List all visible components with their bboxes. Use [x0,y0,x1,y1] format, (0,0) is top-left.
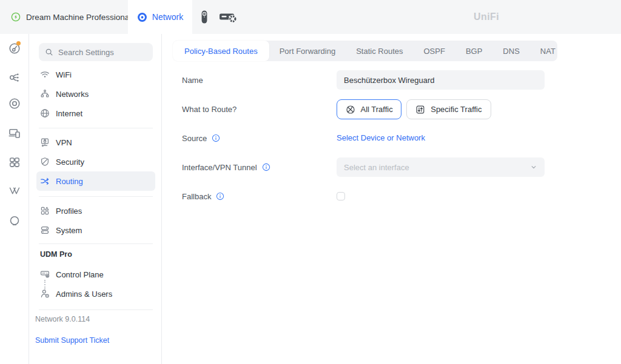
app-rail [0,34,29,364]
form-row-source: Source Select Device or Network [182,128,425,148]
interface-select-placeholder: Select an interface [344,163,409,172]
sidebar-item-label: Routing [56,177,83,186]
specific-traffic-button[interactable]: Specific Traffic [406,99,491,119]
tab-bgp[interactable]: BGP [455,41,492,61]
control-plane-icon [40,270,50,279]
search-icon [45,48,53,56]
console-name: Dream Machine Professional [26,13,131,22]
chevron-down-icon [530,164,537,171]
name-input[interactable] [337,70,545,90]
sidebar-item-control-plane[interactable]: Control Plane [36,265,155,284]
tab-port-forwarding[interactable]: Port Forwarding [269,41,346,61]
protect-camera-icon[interactable] [200,0,209,34]
info-icon[interactable] [262,163,270,171]
divider [39,243,153,244]
search-settings-box[interactable] [39,43,153,61]
what-to-route-label: What to Route? [182,105,237,114]
sidebar-item-profiles[interactable]: Profiles [36,201,155,220]
sidebar-item-label: Security [56,157,84,167]
specific-traffic-label: Specific Traffic [431,105,482,114]
sidebar-item-networks[interactable]: Networks [36,84,155,104]
fallback-label: Fallback [182,192,211,201]
tab-network-app[interactable]: Network [128,0,192,34]
routing-icon [40,176,50,186]
system-icon [40,225,50,235]
network-version-label: Network 9.0.114 [35,315,90,323]
up-down-arrows-icon [415,105,425,114]
sidebar-item-label: Internet [56,109,82,118]
sidebar-item-label: Admins & Users [56,290,112,299]
tab-nat[interactable]: NAT [530,41,566,61]
sidebar-item-label: VPN [56,138,72,147]
divider [39,128,153,128]
vpn-icon [40,137,50,147]
admin-user-gear-icon [40,289,50,299]
divider [39,196,153,197]
sidebar-item-label: System [56,226,82,235]
console-status-icon [11,12,21,22]
form-row-what-to-route: What to Route? All Traffic Specific Traf… [182,99,491,119]
network-app-icon [137,12,147,22]
tab-ospf[interactable]: OSPF [413,41,455,61]
form-row-name: Name [182,70,545,90]
interface-select[interactable]: Select an interface [337,157,545,177]
insights-icon[interactable] [8,185,21,197]
select-device-or-network-link[interactable]: Select Device or Network [337,128,425,148]
shield-icon [40,157,50,167]
sidebar-item-internet[interactable]: Internet [36,104,155,123]
console-switcher[interactable]: Dream Machine Professional [11,0,144,34]
info-icon[interactable] [212,134,220,142]
sidebar-item-system[interactable]: System [36,220,155,240]
topology-icon[interactable] [8,71,21,84]
globe-icon [346,105,355,114]
profiles-icon [40,206,50,216]
sidebar-item-label: WiFi [56,70,72,79]
tab-static-routes[interactable]: Static Routes [346,41,413,61]
sidebar-item-label: Profiles [56,207,82,216]
sidebar-item-routing[interactable]: Routing [36,171,155,191]
routing-tabbar: Policy-Based Routes Port Forwarding Stat… [173,41,557,61]
device-section-title: UDM Pro [40,250,72,259]
networks-icon [40,89,50,99]
all-traffic-button[interactable]: All Traffic [337,99,401,119]
divider [39,309,153,310]
interface-label: Interface/VPN Tunnel [182,163,257,172]
info-icon[interactable] [216,192,224,200]
routing-settings-main: Policy-Based Routes Port Forwarding Stat… [163,34,621,364]
notification-dot [16,41,21,45]
stations-icon[interactable] [8,156,21,168]
network-app-label: Network [152,12,183,22]
wifi-icon [40,70,50,79]
sidebar-item-security[interactable]: Security [36,152,155,171]
source-label: Source [182,134,207,143]
tab-dns[interactable]: DNS [492,41,529,61]
unifi-wordmark-logo: UniFi [474,0,499,34]
unifi-devices-icon[interactable] [8,98,21,110]
fallback-checkbox[interactable] [337,192,345,200]
bulb-icon[interactable] [8,215,21,227]
topbar: Dream Machine Professional Network UniFi [0,0,621,34]
all-traffic-label: All Traffic [361,105,393,114]
sidebar-item-wifi[interactable]: WiFi [36,65,155,84]
name-label: Name [182,76,203,85]
form-row-interface: Interface/VPN Tunnel Select an interface [182,157,545,177]
search-input[interactable] [58,48,147,57]
settings-sidebar: WiFi Networks Internet VPN Security Rout… [29,34,162,364]
console-settings-icon[interactable] [219,0,237,34]
sidebar-item-vpn[interactable]: VPN [36,133,155,152]
unifi-network-settings-screen: Dream Machine Professional Network UniFi [0,0,621,364]
sidebar-item-admins-users[interactable]: Admins & Users [36,284,155,303]
sidebar-item-label: Control Plane [56,270,104,279]
sidebar-item-label: Networks [56,90,89,99]
clients-icon[interactable] [8,127,21,139]
internet-globe-icon [40,108,50,118]
submit-support-ticket-link[interactable]: Submit Support Ticket [35,336,109,345]
form-row-fallback: Fallback [182,187,345,206]
tab-policy-based-routes[interactable]: Policy-Based Routes [173,41,269,61]
